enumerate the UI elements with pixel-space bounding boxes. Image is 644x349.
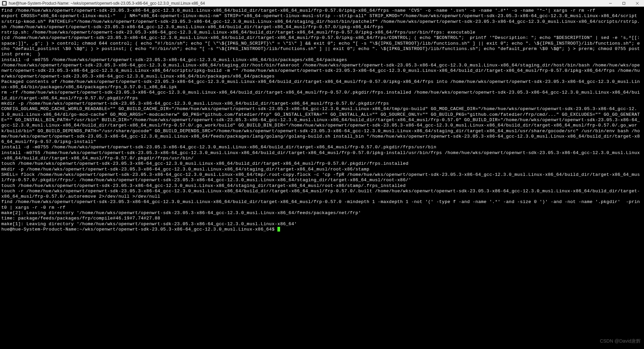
shell-prompt: hue@hue-System-Product-Name:~/wks/openwr… [1, 227, 277, 232]
maximize-icon [622, 2, 626, 5]
maximize-button[interactable] [617, 0, 631, 7]
terminal-cursor [277, 227, 280, 232]
close-button[interactable] [631, 0, 644, 7]
terminal-output[interactable]: find /home/hue/wks/openwrt/openwrt-sdk-2… [0, 7, 644, 349]
svg-rect-1 [623, 2, 625, 4]
app-icon [2, 1, 7, 6]
minimize-icon [609, 2, 612, 5]
close-icon [636, 2, 639, 5]
minimize-button[interactable] [604, 0, 617, 7]
window-title: hue@hue-System-Product-Name: ~/wks/openw… [9, 1, 205, 6]
window-controls [604, 0, 644, 7]
window-titlebar: hue@hue-System-Product-Name: ~/wks/openw… [0, 0, 644, 7]
